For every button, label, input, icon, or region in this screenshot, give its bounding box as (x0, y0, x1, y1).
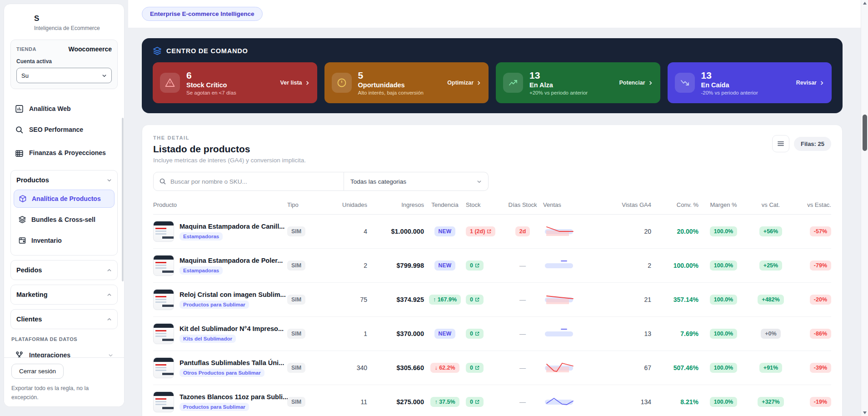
column-header[interactable]: Margen % (698, 201, 748, 208)
sidebar-scroll-area: S Inteligencia de Ecommerce TIENDA Wooco… (4, 4, 124, 357)
vs-cat-cell: +327% (748, 397, 793, 407)
platform-section-label: PLATAFORMA DE DATOS (11, 336, 117, 342)
sidebar-item-cube[interactable]: Analítica de Productos (14, 190, 115, 208)
search-input[interactable] (170, 178, 338, 185)
command-card-action[interactable]: Revisar (796, 80, 824, 86)
category-select[interactable]: Todas las categorias (344, 172, 489, 191)
column-header[interactable]: Días Stock (502, 201, 543, 208)
command-card-clock[interactable]: 5OportunidadesAlto interés, baja convers… (324, 62, 489, 103)
command-card-trending-down[interactable]: 13En Caída-20% vs periodo anteriorRevisa… (668, 62, 832, 103)
product-cell: Kit del Sublimador N°4 Impreso...Kits de… (153, 323, 287, 344)
command-card-alert-triangle[interactable]: 6Stock CríticoSe agotan en <7 díasVer li… (153, 62, 317, 103)
stock-link[interactable]: 0 (466, 329, 484, 339)
column-header[interactable]: Stock (466, 201, 502, 208)
sidebar-item-archive[interactable]: Inventario (14, 231, 115, 250)
page-scrollbar[interactable] (861, 0, 868, 416)
table-row[interactable]: Pantuflas Sublimables Talla Úni...Otros … (153, 351, 831, 385)
sidebar-item-table[interactable]: Finanzas & Proyecciones (10, 141, 118, 165)
logout-button[interactable]: Cerrar sesión (11, 364, 64, 379)
table-row[interactable]: Tazones Blancos 11oz para Subli...Produc… (153, 385, 831, 416)
command-card-body: 5OportunidadesAlto interés, baja convers… (358, 70, 441, 95)
command-card-body: 13En Caída-20% vs periodo anterior (701, 70, 790, 95)
product-image (153, 357, 174, 378)
command-card-action[interactable]: Potenciar (619, 80, 653, 86)
table-row[interactable]: Kit del Sublimador N°4 Impreso...Kits de… (153, 317, 831, 351)
ventas-sparkline (543, 401, 587, 409)
scroll-down-arrow-icon[interactable] (863, 411, 867, 414)
vistas-ga4-cell: 13 (601, 330, 651, 337)
product-category-badge: Estampadoras (180, 266, 223, 275)
scroll-up-arrow-icon[interactable] (863, 2, 867, 5)
dias-stock-cell: — (502, 330, 543, 338)
command-card-action[interactable]: Optimizar (447, 80, 481, 86)
chevron-up-icon (107, 268, 112, 273)
ingresos-cell: $1.000.000 (367, 228, 424, 235)
vs-estac-cell: -19% (793, 397, 831, 407)
table-row[interactable]: Maquina Estampadora de Poler...Estampado… (153, 249, 831, 283)
column-header[interactable]: Producto (153, 201, 287, 208)
sidebar-item-label: Bundles & Cross-sell (31, 216, 95, 223)
stock-link[interactable]: 1 (2d) (466, 226, 495, 236)
stock-link[interactable]: 0 (466, 261, 484, 271)
clock-icon (332, 73, 352, 93)
bar-chart-icon (15, 105, 24, 113)
trending-down-icon (675, 73, 695, 93)
table-row[interactable]: Reloj Cristal con imagen Sublim...Produc… (153, 283, 831, 317)
column-header[interactable]: Tipo (287, 201, 323, 208)
product-name: Tazones Blancos 11oz para Subli... (180, 393, 288, 401)
column-header[interactable]: Conv. % (651, 201, 698, 208)
margen-badge: 100.0% (710, 295, 737, 305)
column-header[interactable]: Unidades (323, 201, 367, 208)
vs-estac-badge: -79% (810, 261, 831, 271)
sidebar-item-bar-chart[interactable]: Analítica Web (10, 99, 118, 118)
column-header[interactable]: Ventas (543, 201, 601, 208)
account-select[interactable]: Su (16, 68, 112, 83)
product-image (153, 221, 174, 242)
rows-count-pill[interactable]: Filas: 25 (794, 137, 831, 151)
section-header-clientes[interactable]: Clientes (11, 310, 117, 329)
external-link-icon (475, 331, 479, 336)
command-card-trending-up[interactable]: 13En Alza+20% vs periodo anteriorPotenci… (496, 62, 660, 103)
column-header[interactable]: Vistas GA4 (601, 201, 651, 208)
external-link-icon (475, 263, 479, 268)
vs-estac-cell: -86% (793, 329, 831, 339)
vs-cat-cell: +25% (748, 261, 793, 271)
stock-link[interactable]: 0 (466, 295, 484, 305)
command-card-action[interactable]: Ver lista (280, 80, 310, 86)
dias-stock-empty: — (519, 364, 526, 371)
section-header-marketing[interactable]: Marketing (11, 285, 117, 304)
tendencia-cell: NEW (424, 226, 466, 236)
tendencia-badge: NEW (434, 261, 456, 271)
table-menu-button[interactable] (772, 135, 789, 152)
table-row[interactable]: Maquina Estampadora de Canill...Estampad… (153, 215, 831, 249)
stock-link[interactable]: 0 (466, 363, 484, 373)
column-header[interactable]: vs Cat. (748, 201, 793, 208)
margen-badge: 100.0% (710, 261, 737, 271)
section-header-pedidos[interactable]: Pedidos (11, 261, 117, 280)
section-header-productos[interactable]: Productos (11, 170, 117, 190)
dias-stock-cell: — (502, 398, 543, 406)
conversion-cell: 20.00% (651, 228, 698, 235)
command-card-action-label: Optimizar (447, 80, 474, 86)
product-name: Maquina Estampadora de Canill... (180, 223, 284, 230)
product-image (153, 255, 174, 276)
column-header[interactable]: Tendencia (424, 201, 466, 208)
search-icon (15, 125, 24, 134)
column-header[interactable]: Ingresos (367, 201, 424, 208)
chevron-down-icon (108, 353, 113, 358)
conversion-cell: 7.69% (651, 330, 698, 337)
stock-link[interactable]: 0 (466, 397, 484, 407)
stock-cell: 0 (466, 363, 502, 373)
sidebar-item-integraciones[interactable]: Integraciones (10, 346, 118, 357)
page-scrollbar-thumb[interactable] (863, 115, 867, 151)
tipo-badge: SIM (287, 397, 305, 407)
command-card-title: En Alza (529, 81, 613, 89)
sidebar-scrollbar-thumb[interactable] (122, 118, 124, 281)
tendencia-cell: ↓ 62.2% (424, 363, 466, 373)
column-header[interactable]: vs Estac. (793, 201, 831, 208)
sidebar-item-layers[interactable]: Bundles & Cross-sell (14, 211, 115, 229)
command-card-action-label: Revisar (796, 80, 817, 86)
sidebar-item-search[interactable]: SEO Performance (10, 120, 118, 139)
command-card-subtitle: -20% vs periodo anterior (701, 90, 790, 95)
product-category-badge: Otros Productos para Sublimar (180, 369, 264, 377)
